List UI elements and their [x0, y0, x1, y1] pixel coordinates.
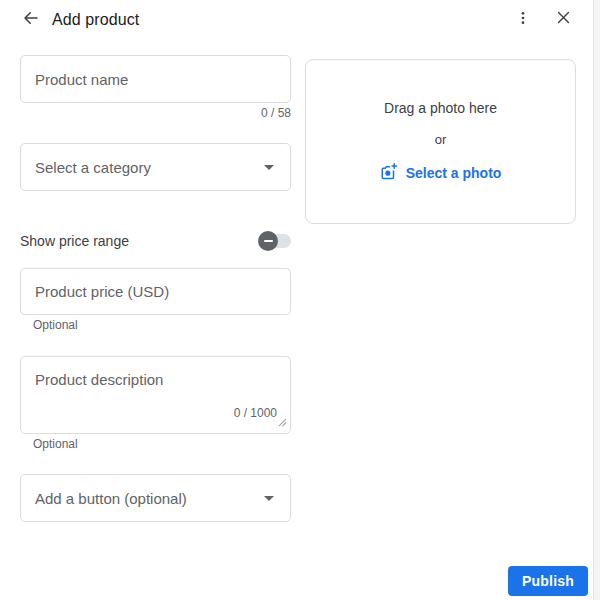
back-button[interactable]: [15, 3, 47, 35]
product-description-placeholder: Product description: [35, 371, 163, 388]
product-price-input[interactable]: Product price (USD): [20, 268, 291, 315]
price-range-toggle[interactable]: [258, 231, 291, 251]
dialog-title: Add product: [52, 0, 139, 40]
add-button-select[interactable]: Add a button (optional): [20, 474, 291, 522]
product-name-placeholder: Product name: [35, 71, 128, 88]
product-name-counter: 0 / 58: [20, 106, 291, 120]
price-range-row: Show price range: [20, 231, 291, 251]
kebab-menu-icon: [515, 10, 531, 29]
photo-dropzone[interactable]: Drag a photo here or Select a photo: [305, 59, 576, 224]
product-name-input[interactable]: Product name: [20, 55, 291, 103]
product-price-placeholder: Product price (USD): [35, 283, 169, 300]
or-text: or: [435, 132, 447, 147]
select-photo-button[interactable]: Select a photo: [380, 163, 502, 184]
drag-photo-text: Drag a photo here: [384, 100, 497, 116]
category-select-value: Select a category: [35, 159, 151, 176]
chevron-down-icon: [264, 165, 274, 170]
vertical-scrollbar[interactable]: [593, 0, 600, 600]
price-range-label: Show price range: [20, 233, 129, 249]
dialog-header: Add product: [0, 0, 592, 40]
category-select[interactable]: Select a category: [20, 143, 291, 191]
select-photo-label: Select a photo: [406, 165, 502, 181]
add-button-select-value: Add a button (optional): [35, 490, 187, 507]
close-button[interactable]: [547, 3, 579, 35]
description-optional-helper: Optional: [33, 437, 78, 451]
more-options-button[interactable]: [507, 3, 539, 35]
arrow-back-icon: [22, 9, 40, 30]
description-counter: 0 / 1000: [234, 406, 277, 420]
publish-button[interactable]: Publish: [508, 566, 588, 596]
add-product-dialog: Add product Product name 0 / 58 Select a…: [0, 0, 600, 600]
chevron-down-icon: [264, 496, 274, 501]
close-icon: [555, 9, 572, 29]
product-description-textarea[interactable]: Product description 0 / 1000: [20, 356, 291, 434]
add-a-photo-icon: [380, 163, 398, 184]
toggle-thumb-minus-icon: [258, 231, 278, 251]
price-optional-helper: Optional: [33, 318, 78, 332]
resize-handle-icon[interactable]: [278, 413, 287, 430]
